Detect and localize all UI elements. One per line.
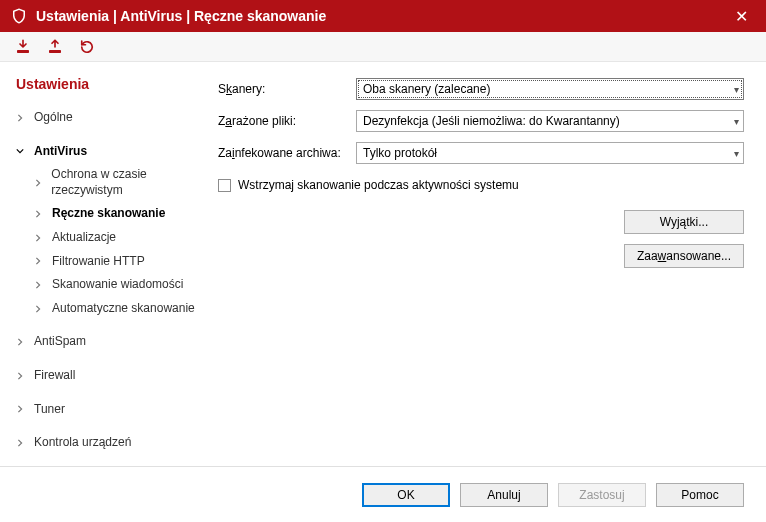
caret-right-icon — [34, 257, 46, 265]
select-scanners-value: Oba skanery (zalecane) — [363, 82, 490, 96]
nav-item-label: Firewall — [34, 368, 75, 384]
svg-rect-1 — [49, 50, 61, 53]
select-infected-archives[interactable]: Tylko protokół ▾ — [356, 142, 744, 164]
nav-item-label: AntiVirus — [34, 144, 87, 160]
row-infected-archives: Zainfekowane archiwa: Tylko protokół ▾ — [218, 142, 744, 164]
titlebar: Ustawienia | AntiVirus | Ręczne skanowan… — [0, 0, 766, 32]
nav-item-label: Ogólne — [34, 110, 73, 126]
ok-button[interactable]: OK — [362, 483, 450, 507]
nav-item-skanowanie-wiadomości[interactable]: Skanowanie wiadomości — [16, 273, 212, 297]
caret-right-icon — [34, 305, 46, 313]
row-infected-files: Zarażone pliki: Dezynfekcja (Jeśli niemo… — [218, 110, 744, 132]
label-scanners: Skanery: — [218, 82, 356, 96]
caret-right-icon — [16, 439, 28, 447]
nav-item-aktualizacje[interactable]: Aktualizacje — [16, 226, 212, 250]
exceptions-button[interactable]: Wyjątki... — [624, 210, 744, 234]
select-scanners[interactable]: Oba skanery (zalecane) ▾ — [356, 78, 744, 100]
nav-item-filtrowanie-http[interactable]: Filtrowanie HTTP — [16, 250, 212, 274]
nav-item-antivirus[interactable]: AntiVirus — [16, 140, 212, 164]
advanced-button[interactable]: Zaawansowane... — [624, 244, 744, 268]
svg-rect-0 — [17, 50, 29, 53]
sidebar-heading: Ustawienia — [16, 76, 212, 92]
checkbox-pause-on-activity[interactable] — [218, 179, 231, 192]
cancel-button[interactable]: Anuluj — [460, 483, 548, 507]
nav-item-label: Skanowanie wiadomości — [52, 277, 183, 293]
caret-right-icon — [34, 234, 46, 242]
help-button[interactable]: Pomoc — [656, 483, 744, 507]
nav-item-ochrona-w-czasie-rzeczywistym[interactable]: Ochrona w czasie rzeczywistym — [16, 163, 212, 202]
footer: OK Anuluj Zastosuj Pomoc — [0, 466, 766, 522]
row-scanners: Skanery: Oba skanery (zalecane) ▾ — [218, 78, 744, 100]
nav-item-label: Aktualizacje — [52, 230, 116, 246]
nav-item-kontrola-urządzeń[interactable]: Kontrola urządzeń — [16, 431, 212, 455]
app-shield-icon — [10, 7, 28, 25]
caret-right-icon — [16, 405, 28, 413]
close-icon[interactable]: ✕ — [727, 3, 756, 30]
nav-item-label: Filtrowanie HTTP — [52, 254, 145, 270]
nav-item-label: AntiSpam — [34, 334, 86, 350]
nav-item-backup[interactable]: Backup — [16, 465, 212, 466]
nav-item-label: Tuner — [34, 402, 65, 418]
chevron-down-icon: ▾ — [734, 116, 739, 127]
nav-item-label: Ręczne skanowanie — [52, 206, 165, 222]
nav-item-firewall[interactable]: Firewall — [16, 364, 212, 388]
window-title: Ustawienia | AntiVirus | Ręczne skanowan… — [36, 8, 727, 24]
row-pause-on-activity: Wstrzymaj skanowanie podczas aktywności … — [218, 178, 744, 192]
nav-item-tuner[interactable]: Tuner — [16, 398, 212, 422]
export-icon[interactable] — [46, 38, 64, 56]
select-infected-archives-value: Tylko protokół — [363, 146, 437, 160]
chevron-down-icon: ▾ — [734, 84, 739, 95]
caret-right-icon — [34, 281, 46, 289]
nav-item-label: Automatyczne skanowanie — [52, 301, 195, 317]
label-infected-files: Zarażone pliki: — [218, 114, 356, 128]
label-infected-archives: Zainfekowane archiwa: — [218, 146, 356, 160]
nav-item-label: Kontrola urządzeń — [34, 435, 131, 451]
nav-item-automatyczne-skanowanie[interactable]: Automatyczne skanowanie — [16, 297, 212, 321]
nav-item-ręczne-skanowanie[interactable]: Ręczne skanowanie — [16, 202, 212, 226]
content-panel: Skanery: Oba skanery (zalecane) ▾ Zarażo… — [212, 62, 766, 466]
caret-right-icon — [34, 210, 46, 218]
nav-item-label: Ochrona w czasie rzeczywistym — [51, 167, 212, 198]
select-infected-files-value: Dezynfekcja (Jeśli niemożliwa: do Kwaran… — [363, 114, 620, 128]
label-pause-on-activity: Wstrzymaj skanowanie podczas aktywności … — [238, 178, 519, 192]
nav-item-ogólne[interactable]: Ogólne — [16, 106, 212, 130]
select-infected-files[interactable]: Dezynfekcja (Jeśli niemożliwa: do Kwaran… — [356, 110, 744, 132]
caret-right-icon — [34, 179, 45, 187]
nav-tree: OgólneAntiVirusOchrona w czasie rzeczywi… — [16, 106, 212, 466]
toolbar — [0, 32, 766, 62]
nav-item-antispam[interactable]: AntiSpam — [16, 330, 212, 354]
caret-right-icon — [16, 114, 28, 122]
chevron-down-icon: ▾ — [734, 148, 739, 159]
caret-right-icon — [16, 372, 28, 380]
caret-down-icon — [16, 147, 28, 155]
import-icon[interactable] — [14, 38, 32, 56]
caret-right-icon — [16, 338, 28, 346]
reset-icon[interactable] — [78, 38, 96, 56]
apply-button: Zastosuj — [558, 483, 646, 507]
sidebar: Ustawienia OgólneAntiVirusOchrona w czas… — [0, 62, 212, 466]
